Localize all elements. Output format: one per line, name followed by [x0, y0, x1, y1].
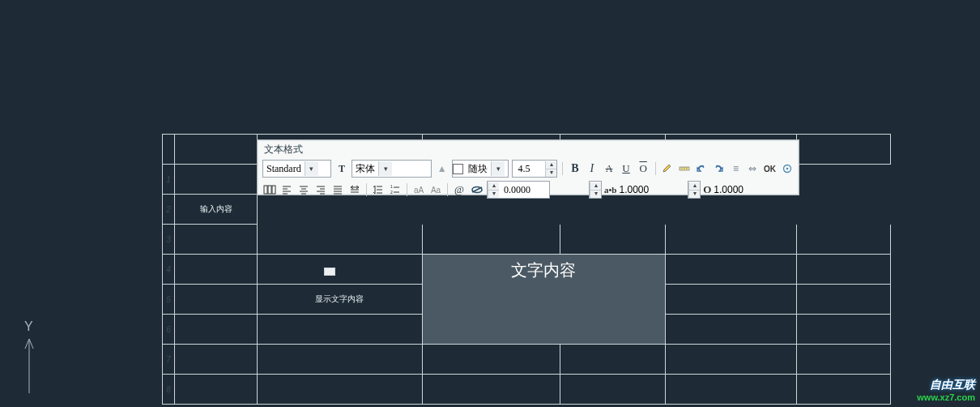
row-header-5[interactable]: 5: [163, 285, 175, 315]
distribute-button[interactable]: [347, 182, 362, 197]
cell[interactable]: [560, 345, 665, 375]
width-spinner[interactable]: ▴▾: [589, 181, 602, 199]
cell[interactable]: [258, 345, 423, 375]
cell[interactable]: [665, 225, 796, 255]
symbol-button[interactable]: @: [452, 182, 467, 197]
align-left-button[interactable]: [279, 182, 294, 197]
options-button[interactable]: [780, 161, 794, 176]
oblique-factor-icon: O: [703, 183, 711, 196]
spin-down-icon[interactable]: ▾: [488, 190, 499, 198]
editing-text: 文字内容: [511, 259, 576, 281]
cell[interactable]: [175, 165, 258, 195]
watermark-url: www.xz7.com: [917, 392, 975, 402]
uppercase-button[interactable]: aA: [411, 182, 426, 197]
cell[interactable]: [796, 285, 890, 315]
columns-button[interactable]: [262, 182, 277, 197]
spin-up-icon[interactable]: ▴: [545, 161, 556, 169]
row-header-1[interactable]: 1: [163, 165, 175, 195]
lowercase-button[interactable]: Aa: [428, 182, 443, 197]
cell[interactable]: [560, 225, 665, 255]
separator: [562, 162, 563, 175]
underline-button[interactable]: U: [620, 161, 633, 176]
cell[interactable]: [796, 255, 890, 285]
cell[interactable]: [258, 255, 423, 285]
color-dropdown[interactable]: 随块▾: [452, 160, 509, 178]
ruler-button[interactable]: [678, 161, 692, 176]
linespacing-button[interactable]: [371, 182, 386, 197]
strike-button[interactable]: A: [602, 161, 616, 176]
col-header-f[interactable]: [796, 135, 890, 165]
font-dropdown[interactable]: 宋体▾: [352, 160, 432, 178]
chevron-down-icon: ▾: [378, 161, 392, 176]
svg-text:1: 1: [390, 184, 393, 189]
cell[interactable]: [796, 225, 890, 255]
format-row-1: Standard▾ T 宋体▾ ▲ 随块▾ 4.5▴▾ B I A U O ≡ …: [258, 158, 799, 179]
cell[interactable]: [796, 345, 890, 375]
align-center-button[interactable]: [296, 182, 311, 197]
col-header-a[interactable]: [175, 135, 258, 165]
justify-button[interactable]: [330, 182, 345, 197]
svg-point-5: [786, 168, 788, 170]
svg-rect-8: [272, 186, 275, 194]
row-header-7[interactable]: 7: [163, 345, 175, 375]
cell[interactable]: [665, 375, 796, 405]
cell-r2c1[interactable]: 输入内容: [175, 195, 258, 225]
redo-button[interactable]: [712, 161, 726, 176]
spin-up-icon[interactable]: ▴: [688, 182, 700, 190]
row-header-3[interactable]: 3: [163, 225, 175, 255]
cell[interactable]: [422, 345, 560, 375]
oblique-spinner[interactable]: ▴▾: [688, 181, 701, 199]
cell[interactable]: [665, 255, 796, 285]
link-button[interactable]: ⇔: [746, 161, 760, 176]
spin-down-icon[interactable]: ▾: [590, 190, 601, 198]
spin-down-icon[interactable]: ▾: [545, 169, 556, 177]
table-corner[interactable]: [324, 268, 335, 276]
oblique-control: ▴▾ O 1.0000: [688, 181, 744, 199]
row-header-2[interactable]: 2: [163, 195, 175, 225]
cell[interactable]: [175, 315, 258, 345]
cell[interactable]: [422, 225, 560, 255]
align-right-button[interactable]: [313, 182, 328, 197]
numbering-button[interactable]: 12: [388, 182, 403, 197]
row-header-6[interactable]: 6: [163, 315, 175, 345]
cad-canvas[interactable]: 1 2输入内容 3 4 文字内容 5显示文字内容 6 7 8 文本格式 Stan…: [0, 0, 980, 407]
cell[interactable]: [175, 345, 258, 375]
tracking-spinner[interactable]: ▴▾0.0000: [487, 181, 550, 199]
cell-r5c2[interactable]: 显示文字内容: [258, 285, 423, 315]
watermark-text: 自由互联: [930, 378, 975, 392]
cell[interactable]: [422, 375, 560, 405]
bold-button[interactable]: B: [568, 161, 582, 176]
height-spinner[interactable]: 4.5▴▾: [512, 160, 557, 178]
stack-button[interactable]: ≡: [729, 161, 743, 176]
cell[interactable]: [258, 375, 423, 405]
style-dropdown[interactable]: Standard▾: [262, 160, 331, 178]
text-format-panel[interactable]: 文本格式 Standard▾ T 宋体▾ ▲ 随块▾ 4.5▴▾ B I A U…: [257, 139, 799, 195]
tracking-control: ▴▾0.0000: [470, 181, 550, 199]
cell[interactable]: [175, 375, 258, 405]
spin-up-icon[interactable]: ▴: [590, 182, 601, 190]
cell[interactable]: [796, 315, 890, 345]
row-header-4[interactable]: 4: [163, 255, 175, 285]
cell[interactable]: [258, 225, 423, 255]
cell[interactable]: [560, 375, 665, 405]
cell[interactable]: [665, 315, 796, 345]
cell[interactable]: [258, 315, 423, 345]
undo-button[interactable]: [695, 161, 709, 176]
spin-up-icon[interactable]: ▴: [488, 182, 499, 190]
cell[interactable]: [796, 375, 890, 405]
overline-button[interactable]: O: [637, 161, 650, 176]
cell[interactable]: [665, 285, 796, 315]
color-swatch: [453, 164, 463, 174]
annotative-icon[interactable]: ▲: [435, 161, 449, 176]
cell[interactable]: [175, 285, 258, 315]
editing-cell[interactable]: 文字内容: [422, 255, 665, 345]
format-row-2: 12 aA Aa @ ▴▾0.0000 ▴▾ a•b 1.0000 ▴▾ O: [258, 179, 799, 200]
cell[interactable]: [665, 345, 796, 375]
highlight-button[interactable]: [661, 161, 675, 176]
row-header-8[interactable]: 8: [163, 375, 175, 405]
spin-down-icon[interactable]: ▾: [688, 190, 700, 198]
ok-button[interactable]: OK: [763, 161, 777, 176]
cell[interactable]: [175, 225, 258, 255]
cell[interactable]: [175, 255, 258, 285]
italic-button[interactable]: I: [585, 161, 599, 176]
